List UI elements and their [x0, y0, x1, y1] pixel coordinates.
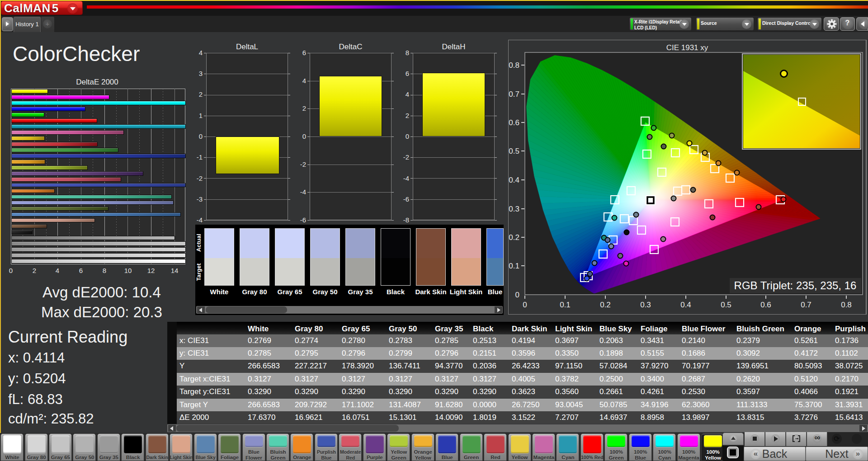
svg-text:0.1: 0.1: [509, 262, 519, 270]
svg-text:0.6: 0.6: [509, 118, 519, 127]
svg-text:0.6: 0.6: [760, 301, 771, 309]
svg-text:0.2: 0.2: [600, 301, 611, 309]
svg-text:0: 0: [523, 301, 527, 309]
svg-text:RGB Triplet: 235, 235, 16: RGB Triplet: 235, 235, 16: [734, 279, 857, 292]
svg-text:0.3: 0.3: [640, 301, 651, 309]
svg-text:0.3: 0.3: [509, 205, 519, 213]
svg-text:0.8: 0.8: [509, 61, 519, 70]
svg-text:0.7: 0.7: [801, 301, 811, 309]
svg-text:0.4: 0.4: [509, 176, 519, 184]
svg-text:0.2: 0.2: [509, 233, 519, 242]
svg-text:0.5: 0.5: [721, 301, 731, 309]
svg-text:0.1: 0.1: [560, 301, 571, 309]
svg-text:0.4: 0.4: [680, 301, 691, 309]
svg-text:0.5: 0.5: [509, 147, 519, 155]
svg-text:0.8: 0.8: [841, 301, 852, 309]
svg-text:CIE 1931 xy: CIE 1931 xy: [666, 43, 708, 52]
svg-text:0.7: 0.7: [509, 90, 519, 99]
svg-text:0: 0: [515, 291, 519, 299]
